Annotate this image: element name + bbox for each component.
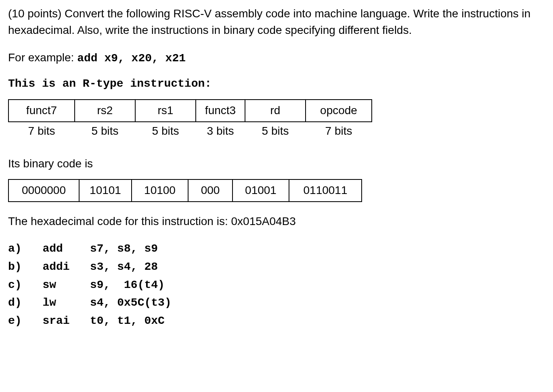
problem-label: b): [8, 259, 26, 275]
field-funct7: funct7: [8, 100, 75, 122]
problem-args-a: s7, s8, s9: [90, 242, 158, 255]
problem-mn-a: add: [42, 242, 63, 255]
binary-rs1: 10100: [132, 179, 188, 202]
problem-gap: [29, 296, 43, 309]
binary-row: 0000000 10101 10100 000 01001 0110011: [8, 179, 362, 202]
problem-mn-e: srai: [42, 315, 69, 327]
problem-gap: [29, 279, 43, 291]
problem-a: a) add s7, s8, s9: [8, 240, 545, 257]
bits-funct3: 3 bits: [196, 122, 245, 142]
field-funct3: funct3: [196, 100, 245, 122]
question-document: (10 points) Convert the following RISC-V…: [0, 0, 553, 346]
example-code: add x9, x20, x21: [77, 52, 186, 65]
problem-label: d): [8, 295, 26, 311]
problem-args-d: s4, 0x5C(t3): [90, 296, 172, 309]
binary-opcode: 0110011: [289, 179, 362, 202]
problem-gap: [63, 242, 90, 255]
problem-list: a) add s7, s8, s9 b) addi s3, s4, 28 c) …: [8, 240, 545, 329]
problem-gap: [56, 296, 90, 309]
problem-gap: [70, 261, 90, 273]
binary-funct3: 000: [188, 179, 233, 202]
problem-d: d) lw s4, 0x5C(t3): [8, 294, 545, 311]
bits-funct7: 7 bits: [8, 122, 75, 142]
binary-encoding-table: 0000000 10101 10100 000 01001 0110011: [8, 179, 362, 202]
problem-label: e): [8, 313, 26, 329]
format-bits-row: 7 bits 5 bits 5 bits 3 bits 5 bits 7 bit…: [8, 122, 372, 142]
hex-line: The hexadecimal code for this instructio…: [8, 213, 545, 230]
field-rs2: rs2: [75, 100, 135, 122]
problem-gap: [70, 315, 90, 327]
instruction-type-line: This is an R-type instruction:: [8, 76, 545, 92]
problem-mnemonic: [29, 242, 43, 255]
problem-gap: [29, 261, 43, 273]
problem-mn-b: addi: [42, 261, 69, 273]
problem-args-e: t0, t1, 0xC: [90, 315, 165, 327]
binary-funct7: 0000000: [8, 179, 79, 202]
instruction-format-table: funct7 rs2 rs1 funct3 rd opcode 7 bits 5…: [8, 99, 372, 142]
bits-rs2: 5 bits: [75, 122, 135, 142]
binary-label: Its binary code is: [8, 156, 545, 172]
example-line: For example: add x9, x20, x21: [8, 50, 545, 67]
binary-rd: 01001: [233, 179, 289, 202]
problem-label: c): [8, 277, 26, 294]
problem-mn-d: lw: [42, 296, 56, 309]
format-header-row: funct7 rs2 rs1 funct3 rd opcode: [8, 100, 372, 122]
field-rd: rd: [245, 100, 306, 122]
example-prefix: For example:: [8, 51, 77, 64]
problem-b: b) addi s3, s4, 28: [8, 258, 545, 275]
bits-rd: 5 bits: [245, 122, 306, 142]
problem-gap: [56, 279, 90, 291]
bits-opcode: 7 bits: [306, 122, 372, 142]
problem-gap: [29, 315, 43, 327]
problem-c: c) sw s9, 16(t4): [8, 276, 545, 294]
question-prompt: (10 points) Convert the following RISC-V…: [8, 6, 545, 38]
problem-args-c: s9, 16(t4): [90, 279, 165, 291]
field-rs1: rs1: [135, 100, 196, 122]
binary-rs2: 10101: [79, 179, 132, 202]
bits-rs1: 5 bits: [135, 122, 196, 142]
field-opcode: opcode: [306, 100, 372, 122]
problem-mn-c: sw: [42, 279, 56, 291]
problem-label: a): [8, 241, 26, 257]
problem-e: e) srai t0, t1, 0xC: [8, 312, 545, 329]
problem-args-b: s3, s4, 28: [90, 261, 158, 273]
